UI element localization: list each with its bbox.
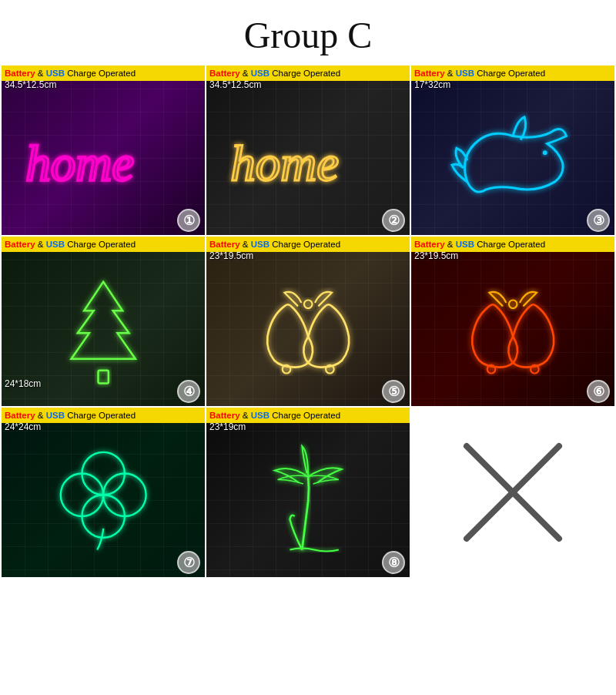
product-cell-1[interactable]: Battery & USB Charge Operated 34.5*12.5c… [2, 65, 205, 235]
product-cell-8[interactable]: Battery & USB Charge Operated 23*19cm [206, 408, 410, 577]
cell-8-size: 23*19cm [209, 421, 246, 432]
x-mark-svg [451, 431, 574, 554]
cell-1-size: 34.5*12.5cm [5, 79, 56, 90]
product-cell-4[interactable]: Battery & USB Charge Operated 24*18cm ④ [2, 237, 205, 406]
cell-6-size: 23*19.5cm [414, 250, 458, 261]
cell-5-number: ⑤ [382, 380, 405, 403]
product-cell-6[interactable]: Battery & USB Charge Operated 23*19.5cm [411, 237, 614, 406]
product-cell-9 [411, 408, 614, 577]
cell-4-size: 24*18cm [5, 378, 41, 389]
product-cell-3[interactable]: Battery & USB Charge Operated 17*32cm [411, 65, 614, 235]
cell-3-size: 17*32cm [414, 79, 450, 90]
cell-7-size: 24*24cm [5, 421, 41, 432]
product-cell-5[interactable]: Battery & USB Charge Operated 23*19.5cm [206, 237, 410, 406]
cell-2-number: ② [382, 209, 405, 232]
product-cell-7[interactable]: Battery & USB Charge Operated 24*24cm [2, 408, 205, 577]
product-grid: Battery & USB Charge Operated 34.5*12.5c… [0, 65, 616, 579]
cell-7-number: ⑦ [177, 551, 200, 574]
cell-5-size: 23*19.5cm [209, 250, 253, 261]
cell-1-number: ① [177, 209, 200, 232]
cell-4-label: Battery & USB Charge Operated [2, 237, 205, 252]
product-cell-2[interactable]: Battery & USB Charge Operated 34.5*12.5c… [206, 65, 410, 235]
cell-8-number: ⑧ [382, 551, 405, 574]
cell-2-size: 34.5*12.5cm [209, 79, 261, 90]
cell-3-number: ③ [587, 209, 610, 232]
battery-text: Battery [5, 69, 35, 78]
cell-4-number: ④ [177, 380, 200, 403]
page-title: Group C [0, 0, 616, 65]
cell-6-number: ⑥ [587, 380, 610, 403]
